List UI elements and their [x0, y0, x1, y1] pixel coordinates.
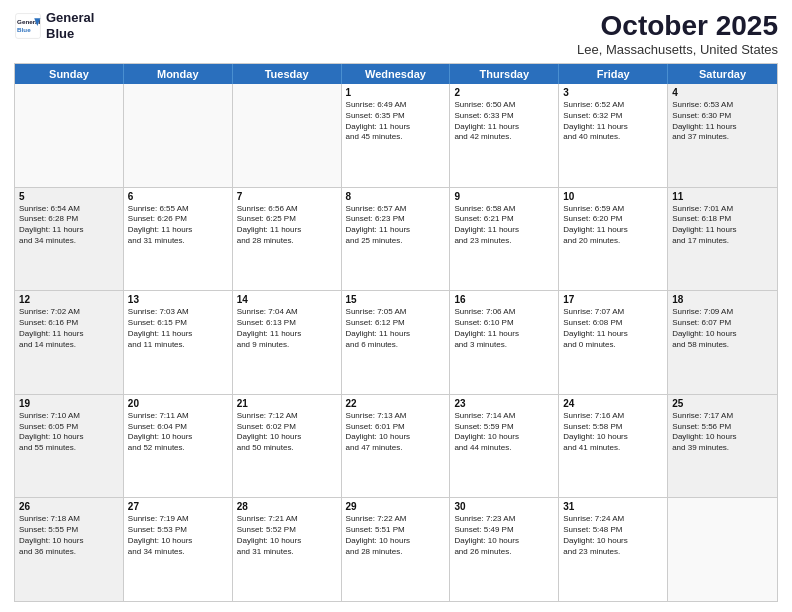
- calendar-cell-27: 27Sunrise: 7:19 AM Sunset: 5:53 PM Dayli…: [124, 498, 233, 601]
- day-number: 7: [237, 191, 337, 202]
- day-number: 27: [128, 501, 228, 512]
- day-number: 31: [563, 501, 663, 512]
- logo: General Blue General Blue: [14, 10, 94, 41]
- calendar-cell-1: 1Sunrise: 6:49 AM Sunset: 6:35 PM Daylig…: [342, 84, 451, 187]
- cell-info: Sunrise: 6:53 AM Sunset: 6:30 PM Dayligh…: [672, 100, 773, 143]
- day-number: 8: [346, 191, 446, 202]
- header-day-wednesday: Wednesday: [342, 64, 451, 84]
- cell-info: Sunrise: 6:50 AM Sunset: 6:33 PM Dayligh…: [454, 100, 554, 143]
- day-number: 10: [563, 191, 663, 202]
- calendar-cell-16: 16Sunrise: 7:06 AM Sunset: 6:10 PM Dayli…: [450, 291, 559, 394]
- calendar-cell-9: 9Sunrise: 6:58 AM Sunset: 6:21 PM Daylig…: [450, 188, 559, 291]
- cell-info: Sunrise: 7:18 AM Sunset: 5:55 PM Dayligh…: [19, 514, 119, 557]
- day-number: 4: [672, 87, 773, 98]
- cell-info: Sunrise: 7:11 AM Sunset: 6:04 PM Dayligh…: [128, 411, 228, 454]
- calendar-cell-8: 8Sunrise: 6:57 AM Sunset: 6:23 PM Daylig…: [342, 188, 451, 291]
- calendar-cell-13: 13Sunrise: 7:03 AM Sunset: 6:15 PM Dayli…: [124, 291, 233, 394]
- cell-info: Sunrise: 7:16 AM Sunset: 5:58 PM Dayligh…: [563, 411, 663, 454]
- cell-info: Sunrise: 6:57 AM Sunset: 6:23 PM Dayligh…: [346, 204, 446, 247]
- month-title: October 2025: [577, 10, 778, 42]
- calendar-cell-empty-4-6: [668, 498, 777, 601]
- calendar-cell-26: 26Sunrise: 7:18 AM Sunset: 5:55 PM Dayli…: [15, 498, 124, 601]
- calendar-cell-2: 2Sunrise: 6:50 AM Sunset: 6:33 PM Daylig…: [450, 84, 559, 187]
- cell-info: Sunrise: 7:09 AM Sunset: 6:07 PM Dayligh…: [672, 307, 773, 350]
- day-number: 6: [128, 191, 228, 202]
- cell-info: Sunrise: 7:12 AM Sunset: 6:02 PM Dayligh…: [237, 411, 337, 454]
- cell-info: Sunrise: 7:22 AM Sunset: 5:51 PM Dayligh…: [346, 514, 446, 557]
- header-day-saturday: Saturday: [668, 64, 777, 84]
- calendar-cell-4: 4Sunrise: 6:53 AM Sunset: 6:30 PM Daylig…: [668, 84, 777, 187]
- day-number: 29: [346, 501, 446, 512]
- day-number: 2: [454, 87, 554, 98]
- cell-info: Sunrise: 7:02 AM Sunset: 6:16 PM Dayligh…: [19, 307, 119, 350]
- cell-info: Sunrise: 7:21 AM Sunset: 5:52 PM Dayligh…: [237, 514, 337, 557]
- title-block: October 2025 Lee, Massachusetts, United …: [577, 10, 778, 57]
- calendar-cell-10: 10Sunrise: 6:59 AM Sunset: 6:20 PM Dayli…: [559, 188, 668, 291]
- calendar-cell-21: 21Sunrise: 7:12 AM Sunset: 6:02 PM Dayli…: [233, 395, 342, 498]
- cell-info: Sunrise: 6:49 AM Sunset: 6:35 PM Dayligh…: [346, 100, 446, 143]
- day-number: 5: [19, 191, 119, 202]
- day-number: 30: [454, 501, 554, 512]
- cell-info: Sunrise: 7:07 AM Sunset: 6:08 PM Dayligh…: [563, 307, 663, 350]
- header-day-monday: Monday: [124, 64, 233, 84]
- day-number: 18: [672, 294, 773, 305]
- calendar-cell-7: 7Sunrise: 6:56 AM Sunset: 6:25 PM Daylig…: [233, 188, 342, 291]
- day-number: 15: [346, 294, 446, 305]
- cell-info: Sunrise: 6:58 AM Sunset: 6:21 PM Dayligh…: [454, 204, 554, 247]
- cell-info: Sunrise: 7:06 AM Sunset: 6:10 PM Dayligh…: [454, 307, 554, 350]
- calendar-cell-19: 19Sunrise: 7:10 AM Sunset: 6:05 PM Dayli…: [15, 395, 124, 498]
- cell-info: Sunrise: 7:23 AM Sunset: 5:49 PM Dayligh…: [454, 514, 554, 557]
- day-number: 19: [19, 398, 119, 409]
- calendar-cell-30: 30Sunrise: 7:23 AM Sunset: 5:49 PM Dayli…: [450, 498, 559, 601]
- day-number: 16: [454, 294, 554, 305]
- calendar-cell-31: 31Sunrise: 7:24 AM Sunset: 5:48 PM Dayli…: [559, 498, 668, 601]
- calendar-cell-28: 28Sunrise: 7:21 AM Sunset: 5:52 PM Dayli…: [233, 498, 342, 601]
- day-number: 1: [346, 87, 446, 98]
- day-number: 28: [237, 501, 337, 512]
- day-number: 24: [563, 398, 663, 409]
- day-number: 3: [563, 87, 663, 98]
- header-day-friday: Friday: [559, 64, 668, 84]
- calendar-cell-empty-0-0: [15, 84, 124, 187]
- calendar-cell-empty-0-2: [233, 84, 342, 187]
- cell-info: Sunrise: 6:52 AM Sunset: 6:32 PM Dayligh…: [563, 100, 663, 143]
- day-number: 9: [454, 191, 554, 202]
- cell-info: Sunrise: 7:24 AM Sunset: 5:48 PM Dayligh…: [563, 514, 663, 557]
- calendar-row-4: 26Sunrise: 7:18 AM Sunset: 5:55 PM Dayli…: [15, 498, 777, 601]
- day-number: 12: [19, 294, 119, 305]
- cell-info: Sunrise: 6:54 AM Sunset: 6:28 PM Dayligh…: [19, 204, 119, 247]
- calendar-cell-29: 29Sunrise: 7:22 AM Sunset: 5:51 PM Dayli…: [342, 498, 451, 601]
- header-day-sunday: Sunday: [15, 64, 124, 84]
- calendar-cell-3: 3Sunrise: 6:52 AM Sunset: 6:32 PM Daylig…: [559, 84, 668, 187]
- calendar-cell-15: 15Sunrise: 7:05 AM Sunset: 6:12 PM Dayli…: [342, 291, 451, 394]
- day-number: 26: [19, 501, 119, 512]
- cell-info: Sunrise: 7:04 AM Sunset: 6:13 PM Dayligh…: [237, 307, 337, 350]
- day-number: 21: [237, 398, 337, 409]
- cell-info: Sunrise: 7:19 AM Sunset: 5:53 PM Dayligh…: [128, 514, 228, 557]
- calendar-row-2: 12Sunrise: 7:02 AM Sunset: 6:16 PM Dayli…: [15, 291, 777, 395]
- cell-info: Sunrise: 7:17 AM Sunset: 5:56 PM Dayligh…: [672, 411, 773, 454]
- calendar-cell-22: 22Sunrise: 7:13 AM Sunset: 6:01 PM Dayli…: [342, 395, 451, 498]
- calendar-cell-empty-0-1: [124, 84, 233, 187]
- day-number: 22: [346, 398, 446, 409]
- calendar-cell-24: 24Sunrise: 7:16 AM Sunset: 5:58 PM Dayli…: [559, 395, 668, 498]
- day-number: 11: [672, 191, 773, 202]
- day-number: 20: [128, 398, 228, 409]
- calendar-cell-18: 18Sunrise: 7:09 AM Sunset: 6:07 PM Dayli…: [668, 291, 777, 394]
- logo-icon: General Blue: [14, 12, 42, 40]
- cell-info: Sunrise: 7:14 AM Sunset: 5:59 PM Dayligh…: [454, 411, 554, 454]
- logo-text-line1: General: [46, 10, 94, 26]
- logo-text-line2: Blue: [46, 26, 94, 42]
- location: Lee, Massachusetts, United States: [577, 42, 778, 57]
- cell-info: Sunrise: 7:13 AM Sunset: 6:01 PM Dayligh…: [346, 411, 446, 454]
- calendar-cell-11: 11Sunrise: 7:01 AM Sunset: 6:18 PM Dayli…: [668, 188, 777, 291]
- cell-info: Sunrise: 6:59 AM Sunset: 6:20 PM Dayligh…: [563, 204, 663, 247]
- cell-info: Sunrise: 7:01 AM Sunset: 6:18 PM Dayligh…: [672, 204, 773, 247]
- svg-text:Blue: Blue: [17, 26, 31, 33]
- day-number: 14: [237, 294, 337, 305]
- cell-info: Sunrise: 7:03 AM Sunset: 6:15 PM Dayligh…: [128, 307, 228, 350]
- cell-info: Sunrise: 6:55 AM Sunset: 6:26 PM Dayligh…: [128, 204, 228, 247]
- calendar-body: 1Sunrise: 6:49 AM Sunset: 6:35 PM Daylig…: [15, 84, 777, 601]
- calendar-cell-17: 17Sunrise: 7:07 AM Sunset: 6:08 PM Dayli…: [559, 291, 668, 394]
- header-day-thursday: Thursday: [450, 64, 559, 84]
